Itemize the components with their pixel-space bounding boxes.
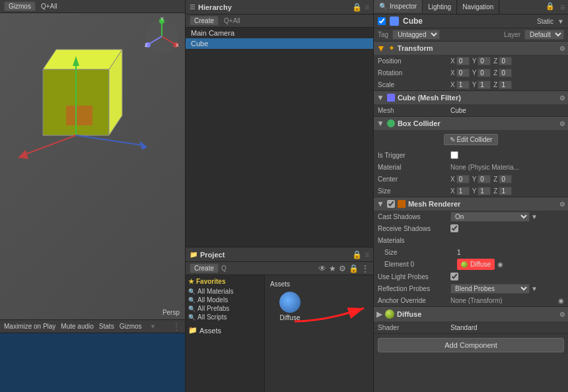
transform-settings-icon[interactable]: ⚙ — [559, 45, 565, 52]
shader-label: Shader — [378, 324, 450, 331]
assets-folder-item[interactable]: 📁 Assets — [188, 325, 262, 335]
mesh-renderer-header[interactable]: ▼ Mesh Renderer ⚙ — [374, 197, 568, 211]
inspector-menu-icon[interactable]: ≡ — [557, 0, 568, 14]
maximize-on-play-button[interactable]: Maximize on Play — [4, 323, 55, 330]
mesh-renderer-title: Mesh Renderer — [408, 200, 557, 208]
fav-item-all-materials[interactable]: 🔍 All Materials — [188, 287, 262, 296]
size-z[interactable]: 1 — [499, 187, 512, 195]
gizmos-button[interactable]: Gizmos — [4, 1, 36, 11]
scale-z[interactable]: 1 — [499, 81, 512, 89]
reflection-probes-select[interactable]: Blend Probes — [450, 284, 530, 294]
object-name-field[interactable]: Cube — [403, 16, 533, 26]
box-collider-collapse-icon: ▼ — [376, 119, 384, 128]
tag-label: Tag — [378, 31, 388, 38]
receive-shadows-checkbox[interactable] — [450, 224, 458, 232]
search-icon-scripts: 🔍 — [188, 314, 195, 321]
scene-search: Q+All — [41, 3, 57, 10]
use-light-probes-row: Use Light Probes — [374, 271, 568, 282]
inspector-lock-icon[interactable]: 🔒 — [543, 0, 557, 14]
project-resize-button[interactable]: ⋮ — [361, 264, 369, 273]
box-collider-component: ▼ Box Collider ⚙ ✎ Edit Collider Is Trig… — [374, 117, 568, 197]
pos-x[interactable]: 0 — [456, 57, 470, 65]
project-star-button[interactable]: ★ — [329, 264, 336, 273]
static-dropdown-icon[interactable]: ▼ — [557, 18, 564, 25]
center-z[interactable]: 0 — [499, 175, 512, 183]
edit-collider-button[interactable]: ✎ Edit Collider — [444, 134, 499, 145]
fav-item-all-scripts[interactable]: 🔍 All Scripts — [188, 313, 262, 321]
fav-item-all-prefabs[interactable]: 🔍 All Prefabs — [188, 304, 262, 313]
scale-x[interactable]: 1 — [456, 81, 470, 89]
size-x[interactable]: 1 — [456, 187, 470, 195]
anchor-override-label: Anchor Override — [378, 297, 450, 304]
asset-item-diffuse[interactable]: Diffuse — [270, 292, 310, 321]
tab-lighting[interactable]: Lighting — [423, 0, 457, 14]
tab-navigation[interactable]: Navigation — [457, 0, 499, 14]
stats-button[interactable]: Stats — [99, 323, 114, 330]
box-collider-header[interactable]: ▼ Box Collider ⚙ — [374, 117, 568, 130]
edit-collider-row: ✎ Edit Collider — [374, 130, 568, 149]
layer-select[interactable]: Default — [524, 30, 564, 40]
hierarchy-item-cube[interactable]: Cube — [186, 38, 373, 49]
element-0-value[interactable]: Diffuse — [457, 259, 495, 270]
materials-size-row: Size 1 — [374, 246, 568, 258]
project-icon: 📁 — [190, 251, 197, 258]
use-light-probes-checkbox[interactable] — [450, 273, 458, 280]
rot-y[interactable]: 0 — [478, 69, 491, 77]
mesh-renderer-checkbox[interactable] — [387, 200, 395, 208]
tag-select[interactable]: Untagged — [392, 30, 440, 40]
mute-audio-button[interactable]: Mute audio — [61, 323, 93, 330]
game-view: Maximize on Play Mute audio Stats Gizmos… — [0, 319, 185, 392]
project-lock2-button[interactable]: 🔒 — [349, 264, 359, 273]
transform-title: Transform — [398, 44, 557, 52]
transform-header[interactable]: ▼ ✦ Transform ⚙ — [374, 42, 568, 55]
collider-material-value: None (Physic Materia... — [450, 164, 564, 171]
hierarchy-body: Main Camera Cube — [186, 28, 373, 247]
mesh-renderer-settings-icon[interactable]: ⚙ — [559, 201, 565, 208]
collider-size-row: Size X1 Y1 Z1 — [374, 185, 568, 197]
receive-shadows-label: Receive Shadows — [378, 225, 450, 232]
mesh-filter-component: ▼ Cube (Mesh Filter) ⚙ Mesh Cube — [374, 91, 568, 117]
center-label: Center — [378, 176, 450, 183]
element-0-select-icon[interactable]: ◉ — [497, 261, 503, 268]
center-y[interactable]: 0 — [478, 175, 491, 183]
mesh-renderer-collapse-icon: ▼ — [376, 199, 384, 209]
hierarchy-item-main-camera[interactable]: Main Camera — [186, 28, 373, 38]
mesh-filter-settings-icon[interactable]: ⚙ — [559, 94, 565, 102]
gizmos-game-button[interactable]: Gizmos — [120, 323, 142, 330]
project-search-q: Q — [221, 265, 227, 272]
diffuse-material-header[interactable]: ▶ Diffuse ⚙ — [374, 307, 568, 321]
element-0-row: Element 0 Diffuse ◉ — [374, 258, 568, 271]
rot-x[interactable]: 0 — [456, 69, 470, 77]
anchor-select-icon[interactable]: ◉ — [558, 297, 564, 304]
size-y[interactable]: 1 — [478, 187, 491, 195]
mesh-renderer-icon — [398, 200, 406, 208]
rotation-row: Rotation X0 Y0 Z0 — [374, 67, 568, 79]
hierarchy-search-label: Q+All — [224, 17, 240, 24]
hierarchy-create-row: Create Q+All — [186, 15, 373, 28]
use-light-probes-label: Use Light Probes — [378, 273, 450, 280]
pos-z[interactable]: 0 — [499, 57, 512, 65]
center-x[interactable]: 0 — [456, 175, 470, 183]
object-active-checkbox[interactable] — [378, 17, 386, 25]
fav-item-all-models[interactable]: 🔍 All Models — [188, 296, 262, 304]
project-gear-button[interactable]: ⚙ — [339, 264, 346, 273]
right-panel: 🔍 Inspector Lighting Navigation 🔒 ≡ Cube… — [373, 0, 568, 392]
mesh-filter-header[interactable]: ▼ Cube (Mesh Filter) ⚙ — [374, 91, 568, 104]
add-component-button[interactable]: Add Component — [378, 338, 564, 352]
project-create-button[interactable]: Create — [190, 263, 219, 273]
rot-z[interactable]: 0 — [499, 69, 512, 77]
navigation-tab-label: Navigation — [462, 3, 493, 11]
diffuse-settings-icon[interactable]: ⚙ — [559, 311, 565, 318]
hierarchy-header: ☰ Hierarchy 🔒 ≡ — [186, 0, 373, 15]
pos-y[interactable]: 0 — [478, 57, 491, 65]
project-body: ★ Favorites 🔍 All Materials 🔍 All Models… — [186, 275, 373, 392]
is-trigger-checkbox[interactable] — [450, 151, 458, 159]
scale-y[interactable]: 1 — [478, 81, 491, 89]
hierarchy-lock-icon: 🔒 — [352, 3, 362, 12]
project-eye-button[interactable]: 👁 — [318, 264, 326, 273]
svg-text:Y: Y — [160, 16, 164, 21]
tab-inspector[interactable]: 🔍 Inspector — [374, 0, 423, 14]
cast-shadows-select[interactable]: On — [450, 212, 530, 222]
hierarchy-create-button[interactable]: Create — [190, 16, 219, 26]
box-collider-settings-icon[interactable]: ⚙ — [559, 120, 565, 127]
